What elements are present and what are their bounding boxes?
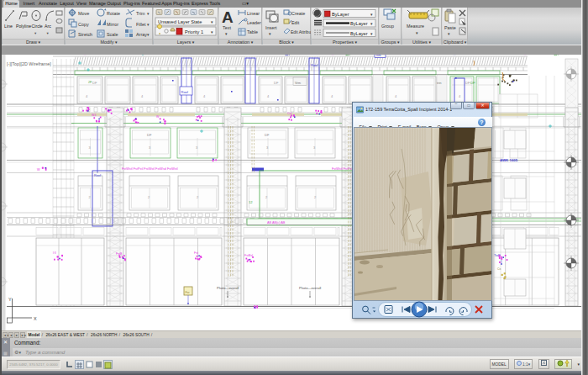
svg-text:2F: 2F <box>88 81 92 84</box>
svg-text:Scale: Scale <box>107 32 118 37</box>
svg-text:DF: DF <box>147 133 152 137</box>
svg-text:ByLayer: ByLayer <box>350 31 368 36</box>
svg-text:Photo—overall: Photo—overall <box>299 286 321 290</box>
svg-text:DF: DF <box>265 133 270 137</box>
svg-text:Measure: Measure <box>407 24 424 29</box>
svg-text:ByLayer: ByLayer <box>332 12 349 17</box>
svg-text:Move: Move <box>78 11 89 16</box>
svg-text:Edit Attributes: Edit Attributes <box>291 29 311 34</box>
svg-text:▾: ▾ <box>269 31 271 36</box>
svg-text:[-][Top][2D Wireframe]: [-][Top][2D Wireframe] <box>7 61 51 66</box>
svg-text:trin: trin <box>437 81 442 85</box>
svg-text:Create: Create <box>291 11 305 16</box>
svg-text:Photo—overall: Photo—overall <box>217 286 239 290</box>
svg-text:X: X <box>34 316 37 321</box>
svg-text:Paste: Paste <box>444 25 456 30</box>
svg-text:A: A <box>222 8 234 26</box>
svg-text:FstWstl FstPstl FstWstl FstWsd: FstWstl FstPstl FstWstl FstWsd FstWstl <box>122 167 178 171</box>
svg-text:Copy: Copy <box>78 22 89 27</box>
svg-text:Leader: Leader <box>247 20 261 25</box>
svg-text:W4: W4 <box>92 114 96 117</box>
svg-text:AB AB(c) AB: AB AB(c) AB <box>267 221 286 224</box>
svg-text:Y: Y <box>8 297 12 302</box>
svg-text:Trim: Trim <box>136 11 145 16</box>
svg-text:12: 12 <box>249 200 253 204</box>
svg-text:Table: Table <box>247 29 258 34</box>
svg-text:▾: ▾ <box>147 11 150 16</box>
svg-text:▾: ▾ <box>448 31 450 36</box>
svg-text:Line: Line <box>4 24 13 29</box>
svg-text:Text: Text <box>223 25 231 30</box>
svg-text:Circle: Circle <box>32 24 43 29</box>
svg-text:Vrm: Vrm <box>295 81 302 85</box>
svg-text:Roof: Roof <box>311 63 318 67</box>
svg-text:Fillet: Fillet <box>136 22 146 27</box>
svg-text:FstBsl: FstBsl <box>244 254 253 257</box>
svg-text:DF: DF <box>274 81 279 85</box>
svg-text:Linear: Linear <box>247 11 260 16</box>
svg-text:▾: ▾ <box>34 31 37 35</box>
svg-text:▾: ▾ <box>225 31 228 36</box>
svg-text:DF: DF <box>465 81 470 85</box>
svg-text:▾: ▾ <box>147 22 150 27</box>
svg-text:Stretch: Stretch <box>78 32 92 37</box>
svg-text:Fst: Fst <box>194 251 198 255</box>
svg-text:W: W <box>37 168 40 172</box>
svg-text:FstB: FstB <box>116 252 123 256</box>
svg-text:▾: ▾ <box>47 31 50 35</box>
svg-text:Cs: Cs <box>497 267 501 271</box>
svg-text:hm: hm <box>376 55 381 57</box>
svg-text:Arc: Arc <box>45 24 51 29</box>
svg-text:Polyline: Polyline <box>16 24 31 29</box>
svg-text:Roof: Roof <box>181 90 189 94</box>
svg-text:▾: ▾ <box>416 30 418 35</box>
svg-text:l·ll: l·ll <box>53 251 56 255</box>
svg-text:Cst: Cst <box>287 112 291 115</box>
svg-text:Insert: Insert <box>265 25 277 30</box>
svg-text:Priority 1: Priority 1 <box>185 29 203 34</box>
svg-text:Roof: Roof <box>94 174 102 177</box>
svg-text:Mirror: Mirror <box>107 22 118 27</box>
svg-text:DF: DF <box>470 81 475 85</box>
svg-text:▾: ▾ <box>147 32 150 37</box>
svg-text:Array: Array <box>136 32 147 37</box>
svg-text:W: W <box>156 115 160 119</box>
svg-text:AWK 1605: AWK 1605 <box>500 158 518 162</box>
svg-text:Fw: Fw <box>186 291 190 294</box>
svg-text:Unsaved Layer State: Unsaved Layer State <box>158 19 202 24</box>
svg-text:DF: DF <box>92 81 97 85</box>
svg-text:Group: Group <box>381 24 394 29</box>
svg-text:Edit: Edit <box>291 20 300 25</box>
svg-text:ByLayer: ByLayer <box>350 21 368 26</box>
svg-text:Rotate: Rotate <box>107 11 120 16</box>
